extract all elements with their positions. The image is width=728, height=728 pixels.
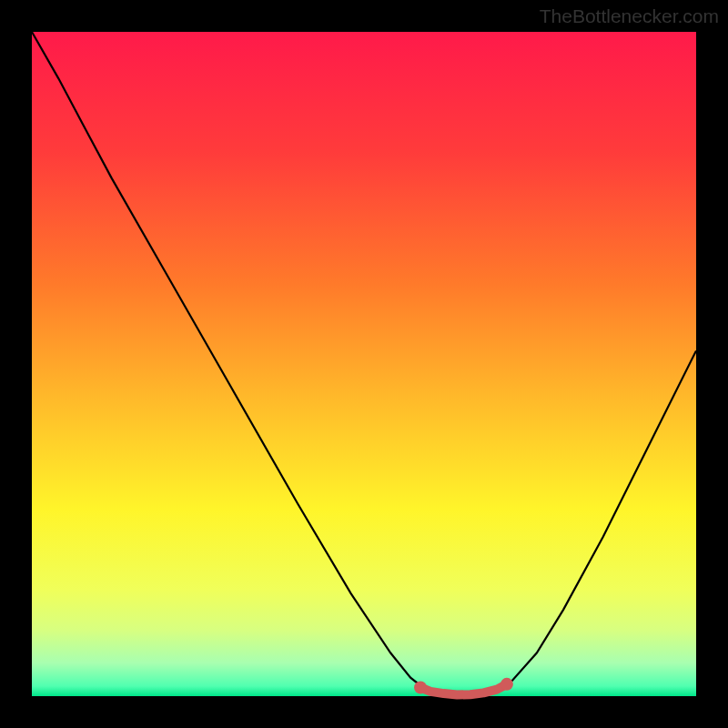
plot-background [32,32,696,696]
svg-point-1 [500,678,513,691]
svg-point-0 [414,682,427,694]
chart-container [0,0,728,728]
watermark-text: TheBottlenecker.com [540,5,719,27]
chart-svg [0,0,728,728]
